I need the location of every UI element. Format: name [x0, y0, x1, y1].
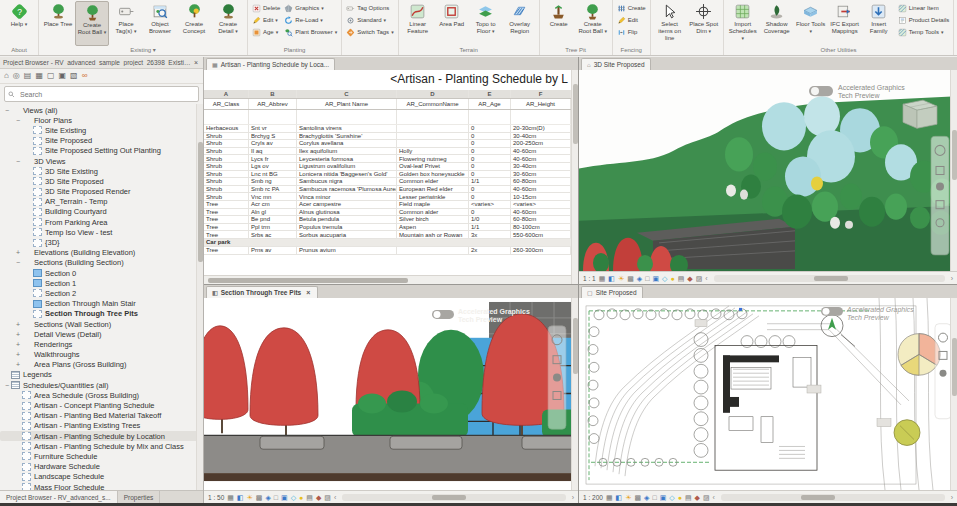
tree-item-3d-site-existing[interactable]: 3D Site Existing: [0, 166, 203, 176]
schedule-row-data-7[interactable]: ShrubSmb ngSambucus nigraCommon elder1/1…: [204, 178, 571, 186]
tree-item-from-parking-area[interactable]: From Parking Area: [0, 217, 203, 227]
tree-item-views-all[interactable]: −Views (all): [0, 105, 203, 115]
accelerated-graphics-toggle[interactable]: [432, 310, 454, 319]
schedule-table[interactable]: ABCDEFAR_ClassAR_AbbrevAR_Plant NameAR_C…: [204, 90, 571, 275]
ribbon-button-select-items-on-line[interactable]: Select items on line: [653, 1, 687, 46]
worksets-icon[interactable]: ◆: [687, 275, 692, 282]
render-icon[interactable]: ◈: [265, 494, 270, 501]
tree-item-3d-site-proposed-render[interactable]: 3D Site Proposed Render: [0, 187, 203, 197]
tab-close-icon[interactable]: ×: [304, 289, 312, 296]
schedule-row-data-3[interactable]: ShrubIl aqIlex aquifoliumHolly040-60cm: [204, 148, 571, 156]
ribbon-button-create-concept[interactable]: Create Concept: [177, 1, 211, 46]
reveal-hidden-icon[interactable]: ●: [670, 275, 674, 282]
close-icon[interactable]: ×: [192, 59, 200, 66]
tree-item-hardware-schedule[interactable]: Hardware Schedule: [0, 462, 203, 472]
crop-region-icon[interactable]: □: [274, 494, 278, 501]
ribbon-button-create-root-ball[interactable]: Create Root Ball ▾: [75, 1, 109, 46]
plan-scene-body[interactable]: Accelerated Graphics Tech Preview: [579, 298, 957, 490]
crop-region-icon[interactable]: □: [645, 275, 649, 282]
crop-region-icon[interactable]: □: [652, 494, 656, 501]
expander-icon[interactable]: −: [14, 259, 22, 266]
tree-item-furniture-schedule[interactable]: Furniture Schedule: [0, 451, 203, 461]
scroll-left-arrow[interactable]: ‹: [334, 494, 336, 501]
home-icon[interactable]: ⌂: [4, 72, 9, 80]
tree-item-site-existing[interactable]: Site Existing: [0, 125, 203, 135]
temporary-hide-icon[interactable]: ◇: [662, 275, 667, 282]
expander-icon[interactable]: −: [14, 117, 22, 124]
ribbon-button-object-browser[interactable]: Object Browser: [143, 1, 177, 46]
schedule-row-data-5[interactable]: ShrubLgs ovLigustrum ovalifoliumOval-lea…: [204, 163, 571, 171]
view-scale-label[interactable]: 1 : 1: [583, 275, 596, 282]
expander-icon[interactable]: −: [14, 158, 22, 165]
expander-icon[interactable]: +: [14, 331, 22, 338]
show-crop-icon[interactable]: ▣: [281, 494, 288, 501]
shadows-icon[interactable]: ▩: [627, 275, 634, 282]
ribbon-button-tag-options[interactable]: Tag Options: [346, 2, 393, 14]
3d-scene-body[interactable]: Accelerated Graphics Tech Preview: [579, 70, 957, 271]
tree-item-floor-plans[interactable]: −Floor Plans: [0, 115, 203, 125]
tree-item-building-courtyard[interactable]: Building Courtyard: [0, 207, 203, 217]
view-scale-label[interactable]: 1 : 50: [208, 494, 224, 501]
tree-item-site-proposed[interactable]: Site Proposed: [0, 136, 203, 146]
render-icon[interactable]: ◈: [637, 275, 642, 282]
ribbon-button-insert-family[interactable]: Insert Family: [862, 1, 896, 46]
tree-item-landscape-schedule[interactable]: Landscape Schedule: [0, 472, 203, 482]
link-icon[interactable]: ∞: [82, 72, 88, 80]
schedule-row-data-6[interactable]: ShrubLnc nt BGLonicera nitida 'Baggesen'…: [204, 171, 571, 179]
section-vscrollbar[interactable]: [571, 298, 578, 490]
tree-item-area-plans-gross-building[interactable]: +Area Plans (Gross Building): [0, 360, 203, 370]
shadows-icon[interactable]: ▩: [634, 494, 641, 501]
sun-path-icon[interactable]: ☀: [247, 494, 253, 501]
horizontal-scrollbar[interactable]: [342, 494, 565, 501]
tab-site-proposed[interactable]: ▢ Site Proposed: [581, 286, 643, 298]
tree-item-sections-wall-section[interactable]: +Sections (Wall Section): [0, 319, 203, 329]
schedule-hscrollbar[interactable]: [204, 275, 571, 284]
horizontal-scrollbar[interactable]: [721, 494, 945, 501]
worksets-icon[interactable]: ◆: [695, 494, 700, 501]
tree-item-detail-views-detail[interactable]: +Detail Views (Detail): [0, 329, 203, 339]
ribbon-button-age[interactable]: Age▾: [252, 26, 280, 38]
navigation-bar[interactable]: [931, 136, 949, 255]
tree-item-3d-site-proposed[interactable]: 3D Site Proposed: [0, 176, 203, 186]
ribbon-button-linear-feature[interactable]: Linear Feature: [401, 1, 435, 46]
ribbon-button-place-tree[interactable]: Place Tree: [41, 1, 75, 46]
tree-item-3d[interactable]: {3D}: [0, 237, 203, 247]
ribbon-button-create-root-ball[interactable]: Create Root Ball ▾: [576, 1, 610, 46]
ribbon-button-re-load[interactable]: Re-Load▾: [284, 14, 337, 26]
sheets-icon[interactable]: ▢: [47, 72, 55, 80]
scroll-right-arrow[interactable]: ›: [951, 494, 953, 501]
schedule-row-data-10[interactable]: TreeAcr cmAcer campestreField maple<vari…: [204, 201, 571, 209]
accelerated-graphics-toggle[interactable]: [821, 307, 843, 316]
render-icon[interactable]: ◈: [644, 494, 649, 501]
scroll-left-arrow[interactable]: ‹: [713, 494, 715, 501]
ribbon-button-plant-browser[interactable]: Plant Browser▾: [284, 26, 337, 38]
3d-vscrollbar[interactable]: [950, 70, 957, 271]
ribbon-button-create-detail[interactable]: Create Detail ▾: [211, 1, 245, 46]
visual-style-icon[interactable]: ◧: [608, 275, 615, 282]
tree-item-artisan-planting-bed-material-takeoff[interactable]: Artisan - Planting Bed Material Takeoff: [0, 411, 203, 421]
fit-view-icon[interactable]: ▦: [227, 494, 234, 501]
accelerated-graphics-toggle[interactable]: [809, 86, 833, 96]
schedule-row-data-0[interactable]: HerbaceousSnt vrSantolina virens020-30cm…: [204, 125, 571, 133]
expander-icon[interactable]: +: [14, 321, 22, 328]
visual-style-icon[interactable]: ◧: [616, 494, 623, 501]
tree-item-artisan-planting-existing-trees[interactable]: Artisan - Planting Existing Trees: [0, 421, 203, 431]
tree-scrollbar[interactable]: [196, 104, 203, 490]
tab-3d-site-proposed[interactable]: ⌂ 3D Site Proposed: [581, 58, 651, 70]
ribbon-button-topo-to-floor[interactable]: Topo to Floor ▾: [469, 1, 503, 46]
schedule-row-spacer[interactable]: [204, 110, 571, 125]
temporary-properties-icon[interactable]: ▤: [685, 494, 692, 501]
worksets-icon[interactable]: ◆: [316, 494, 321, 501]
scroll-right-arrow[interactable]: ›: [572, 494, 574, 501]
expander-icon[interactable]: −: [3, 382, 11, 389]
tree-item-section-0[interactable]: Section 0: [0, 268, 203, 278]
tree-item-section-through-main-stair[interactable]: Section Through Main Stair: [0, 299, 203, 309]
sun-path-icon[interactable]: ☀: [618, 275, 624, 282]
tab-planting-schedule[interactable]: ▦ Artisan - Planting Schedule by Loca...: [206, 58, 335, 70]
ribbon-button-product-details[interactable]: Product Details: [898, 14, 950, 26]
tree-item-artisan-planting-schedule-by-location[interactable]: Artisan - Planting Schedule by Location: [0, 431, 203, 441]
ribbon-button-area-pad[interactable]: Area Pad: [435, 1, 469, 46]
tree-item-walkthroughs[interactable]: +Walkthroughs: [0, 350, 203, 360]
schedule-row-data-4[interactable]: ShrubLycs frLeycesteria formosaFlowering…: [204, 155, 571, 163]
fit-view-icon[interactable]: ▦: [599, 275, 606, 282]
